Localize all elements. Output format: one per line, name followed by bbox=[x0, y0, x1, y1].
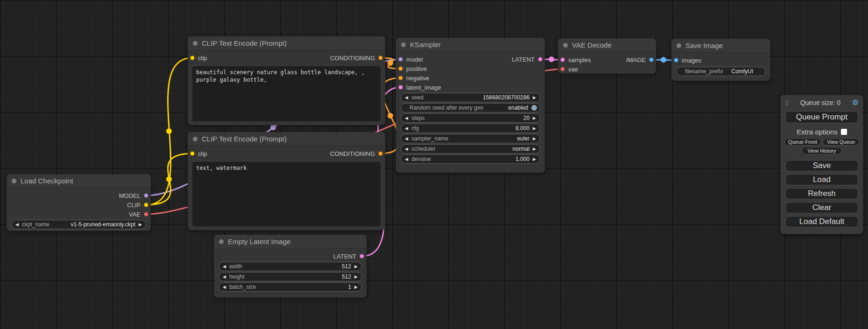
vae-slot-icon[interactable] bbox=[144, 212, 148, 217]
node-title: Save Image bbox=[685, 42, 723, 49]
load-default-button[interactable]: Load Default bbox=[785, 216, 858, 227]
input-slot-latent-image[interactable]: latent_image bbox=[401, 84, 441, 91]
decrement-arrow-icon[interactable]: ◀ bbox=[223, 275, 226, 279]
increment-arrow-icon[interactable]: ▶ bbox=[533, 126, 536, 131]
image-slot-icon[interactable] bbox=[649, 57, 654, 62]
output-slot-model[interactable]: MODEL bbox=[119, 192, 146, 199]
node-collapse-dot-icon[interactable] bbox=[219, 239, 224, 244]
random-seed-toggle-widget[interactable]: Random seed after every gen enabled bbox=[401, 103, 540, 112]
wire-midpoint-dot bbox=[166, 128, 172, 134]
positive-prompt-textarea[interactable]: beautiful scenery nature glass bottle la… bbox=[192, 66, 381, 121]
load-button[interactable]: Load bbox=[785, 174, 858, 185]
decrement-arrow-icon[interactable]: ◀ bbox=[223, 265, 226, 269]
image-slot-icon[interactable] bbox=[674, 58, 678, 63]
seed-widget[interactable]: ◀ seed 156680208700286 ▶ bbox=[401, 93, 540, 102]
extra-options-checkbox[interactable] bbox=[841, 129, 847, 135]
decrement-arrow-icon[interactable]: ◀ bbox=[405, 147, 408, 151]
decrement-arrow-icon[interactable]: ◀ bbox=[405, 96, 408, 100]
node-clip-text-encode-positive[interactable]: CLIP Text Encode (Prompt) clip CONDITION… bbox=[188, 36, 385, 125]
input-slot-samples[interactable]: samples bbox=[563, 56, 591, 63]
settings-gear-icon[interactable]: ⚙ bbox=[852, 99, 859, 106]
node-load-checkpoint[interactable]: Load Checkpoint MODEL CLIP VAE ◀ ckpt_na… bbox=[7, 174, 151, 231]
wire-midpoint-dot bbox=[388, 60, 393, 66]
conditioning-slot-icon[interactable] bbox=[378, 151, 383, 156]
increment-arrow-icon[interactable]: ▶ bbox=[533, 147, 536, 151]
output-slot-clip[interactable]: CLIP bbox=[127, 202, 146, 209]
toggle-dot-icon[interactable] bbox=[531, 105, 537, 111]
increment-arrow-icon[interactable]: ▶ bbox=[354, 275, 358, 279]
scheduler-widget[interactable]: ◀ scheduler normal ▶ bbox=[401, 144, 540, 154]
node-clip-text-encode-negative[interactable]: CLIP Text Encode (Prompt) clip CONDITION… bbox=[188, 132, 385, 230]
latent-slot-icon[interactable] bbox=[560, 57, 565, 62]
increment-arrow-icon[interactable]: ▶ bbox=[533, 96, 536, 100]
conditioning-slot-icon[interactable] bbox=[378, 56, 383, 60]
node-collapse-dot-icon[interactable] bbox=[401, 42, 406, 47]
clear-button[interactable]: Clear bbox=[785, 202, 858, 213]
node-empty-latent-image[interactable]: Empty Latent Image LATENT ◀ width 512 ▶ … bbox=[214, 235, 367, 298]
output-slot-conditioning[interactable]: CONDITIONING bbox=[330, 55, 381, 62]
denoise-widget[interactable]: ◀ denoise 1.000 ▶ bbox=[401, 154, 540, 164]
node-collapse-dot-icon[interactable] bbox=[563, 43, 568, 48]
output-slot-image[interactable]: IMAGE bbox=[626, 56, 651, 63]
decrement-arrow-icon[interactable]: ◀ bbox=[405, 126, 408, 131]
decrement-arrow-icon[interactable]: ◀ bbox=[405, 116, 408, 120]
input-slot-clip[interactable]: clip bbox=[192, 55, 207, 62]
output-slot-latent[interactable]: LATENT bbox=[333, 253, 362, 260]
queue-front-button[interactable]: Queue Front bbox=[784, 138, 821, 146]
save-button[interactable]: Save bbox=[785, 160, 858, 171]
clip-slot-icon[interactable] bbox=[190, 56, 195, 60]
latent-slot-icon[interactable] bbox=[398, 85, 403, 90]
decrement-arrow-icon[interactable]: ◀ bbox=[405, 157, 408, 161]
input-slot-clip[interactable]: clip bbox=[192, 150, 207, 157]
vae-slot-icon[interactable] bbox=[560, 67, 565, 71]
increment-arrow-icon[interactable]: ▶ bbox=[533, 157, 536, 161]
batch-size-widget[interactable]: ◀ batch_size 1 ▶ bbox=[219, 282, 362, 292]
graph-canvas[interactable]: { "nodes": { "load_checkpoint": { "title… bbox=[0, 0, 868, 329]
increment-arrow-icon[interactable]: ▶ bbox=[139, 223, 142, 227]
negative-prompt-textarea[interactable]: text, watermark bbox=[192, 162, 381, 226]
input-slot-vae[interactable]: vae bbox=[563, 66, 578, 73]
node-title: Load Checkpoint bbox=[21, 177, 73, 185]
node-collapse-dot-icon[interactable] bbox=[193, 137, 198, 141]
ckpt-name-widget[interactable]: ◀ ckpt_name v1-5-pruned-emaonly.ckpt ▶ bbox=[11, 220, 146, 229]
increment-arrow-icon[interactable]: ▶ bbox=[533, 137, 536, 141]
latent-slot-icon[interactable] bbox=[538, 57, 543, 62]
clip-slot-icon[interactable] bbox=[190, 151, 195, 156]
node-collapse-dot-icon[interactable] bbox=[193, 41, 198, 46]
decrement-arrow-icon[interactable]: ◀ bbox=[223, 285, 226, 289]
increment-arrow-icon[interactable]: ▶ bbox=[533, 116, 536, 120]
increment-arrow-icon[interactable]: ▶ bbox=[354, 285, 358, 289]
view-history-button[interactable]: View History bbox=[802, 147, 842, 154]
output-slot-vae[interactable]: VAE bbox=[129, 211, 146, 218]
queue-prompt-button[interactable]: Queue Prompt bbox=[785, 111, 858, 123]
output-slot-conditioning[interactable]: CONDITIONING bbox=[330, 150, 381, 157]
filename-prefix-widget[interactable]: filename_prefix ComfyUI bbox=[676, 67, 766, 76]
steps-widget[interactable]: ◀ steps 20 ▶ bbox=[401, 113, 540, 123]
model-slot-icon[interactable] bbox=[398, 57, 403, 62]
sampler-name-widget[interactable]: ◀ sampler_name euler ▶ bbox=[401, 134, 540, 143]
input-slot-negative[interactable]: negative bbox=[401, 75, 429, 82]
refresh-button[interactable]: Refresh bbox=[785, 188, 858, 199]
node-collapse-dot-icon[interactable] bbox=[677, 43, 681, 48]
view-queue-button[interactable]: View Queue bbox=[823, 138, 859, 146]
width-widget[interactable]: ◀ width 512 ▶ bbox=[219, 262, 362, 271]
decrement-arrow-icon[interactable]: ◀ bbox=[405, 137, 408, 141]
drag-handle-icon[interactable]: ⣿ bbox=[785, 100, 789, 106]
increment-arrow-icon[interactable]: ▶ bbox=[354, 265, 358, 269]
node-save-image[interactable]: Save Image images filename_prefix ComfyU… bbox=[671, 39, 770, 81]
conditioning-slot-icon[interactable] bbox=[398, 66, 403, 71]
cfg-widget[interactable]: ◀ cfg 8.000 ▶ bbox=[401, 124, 540, 133]
conditioning-slot-icon[interactable] bbox=[398, 76, 403, 80]
node-vae-decode[interactable]: VAE Decode samples IMAGE vae bbox=[558, 38, 656, 74]
node-ksampler[interactable]: KSampler model LATENT positive negative … bbox=[396, 38, 545, 173]
model-slot-icon[interactable] bbox=[144, 193, 148, 198]
output-slot-latent[interactable]: LATENT bbox=[512, 56, 540, 63]
clip-slot-icon[interactable] bbox=[144, 203, 148, 207]
decrement-arrow-icon[interactable]: ◀ bbox=[15, 223, 19, 227]
height-widget[interactable]: ◀ height 512 ▶ bbox=[219, 272, 362, 281]
input-slot-images[interactable]: images bbox=[676, 57, 701, 64]
node-collapse-dot-icon[interactable] bbox=[12, 179, 16, 183]
latent-slot-icon[interactable] bbox=[360, 254, 364, 259]
input-slot-positive[interactable]: positive bbox=[401, 65, 427, 72]
input-slot-model[interactable]: model bbox=[401, 56, 423, 63]
